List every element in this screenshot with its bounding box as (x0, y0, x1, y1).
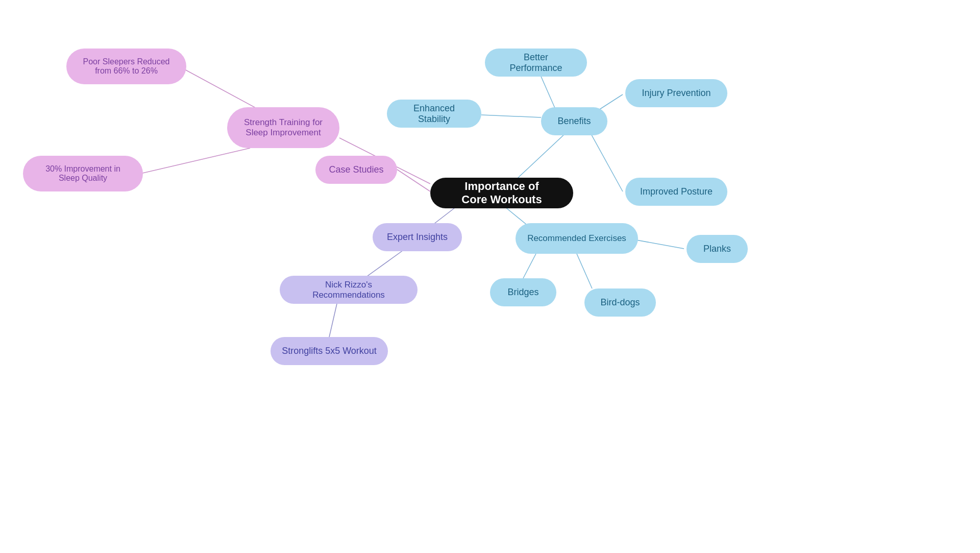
bridges-node[interactable]: Bridges (490, 278, 556, 306)
svg-line-2 (481, 115, 541, 117)
benefits-node[interactable]: Benefits (541, 107, 607, 135)
injury-prevention-node[interactable]: Injury Prevention (625, 79, 727, 107)
poor-sleepers-node[interactable]: Poor Sleepers Reduced from 66% to 26% (66, 49, 186, 84)
svg-line-11 (329, 304, 337, 337)
expert-insights-node[interactable]: Expert Insights (373, 223, 462, 251)
svg-line-13 (523, 254, 536, 278)
bird-dogs-node[interactable]: Bird-dogs (584, 288, 656, 317)
planks-node[interactable]: Planks (687, 235, 748, 263)
svg-line-4 (587, 127, 623, 191)
center-node[interactable]: Importance of Core Workouts (430, 178, 573, 208)
recommended-exercises-node[interactable]: Recommended Exercises (516, 223, 638, 254)
nick-rizzo-node[interactable]: Nick Rizzo's Recommendations (280, 276, 418, 304)
improved-posture-node[interactable]: Improved Posture (625, 178, 727, 206)
svg-line-7 (140, 148, 250, 174)
strength-training-node[interactable]: Strength Training for Sleep Improvement (227, 107, 339, 148)
svg-line-8 (397, 170, 430, 191)
enhanced-stability-node[interactable]: Enhanced Stability (387, 100, 481, 128)
sleep-quality-node[interactable]: 30% Improvement in Sleep Quality (23, 156, 143, 191)
case-studies-node[interactable]: Case Studies (315, 156, 397, 184)
svg-line-14 (577, 254, 592, 288)
better-performance-node[interactable]: Better Performance (485, 49, 587, 77)
stronglifts-node[interactable]: Stronglifts 5x5 Workout (271, 337, 388, 365)
